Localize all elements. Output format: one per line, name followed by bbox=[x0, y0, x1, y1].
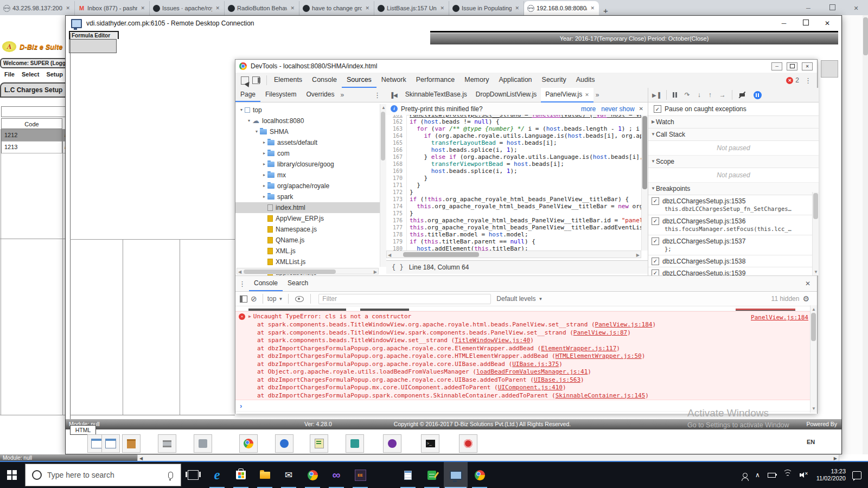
scope-section[interactable]: ▼Scope bbox=[648, 156, 819, 168]
window-maximize-button[interactable] bbox=[820, 1, 844, 15]
editor-hscrollbar[interactable]: ◀ ▶ bbox=[386, 251, 641, 258]
pause-on-exceptions-icon[interactable] bbox=[754, 91, 762, 99]
scroll-left-icon[interactable]: ◀ bbox=[139, 456, 143, 461]
chevron-down-icon[interactable]: ▾ bbox=[246, 115, 252, 126]
console-tab-search[interactable]: Search bbox=[283, 276, 313, 290]
deactivate-breakpoints-icon[interactable] bbox=[738, 91, 746, 99]
line-number[interactable]: 164 bbox=[386, 132, 407, 139]
scrollbar-thumb[interactable] bbox=[381, 112, 385, 160]
line-number[interactable]: 168 bbox=[386, 160, 407, 168]
scrollbar-thumb[interactable] bbox=[813, 193, 818, 219]
action-center-icon[interactable] bbox=[852, 471, 861, 479]
stack-frame-link[interactable]: loadBeadFromValuesManager.js:41 bbox=[476, 368, 588, 375]
line-number[interactable]: 180 bbox=[386, 245, 407, 251]
breakpoint-checkbox[interactable]: ✓ bbox=[652, 237, 659, 245]
people-icon[interactable] bbox=[743, 473, 748, 478]
chevron-down-icon[interactable]: ▾ bbox=[239, 105, 244, 115]
context-selector[interactable]: top bbox=[267, 295, 277, 303]
tab-close-icon[interactable]: ✕ bbox=[214, 5, 221, 11]
menu-item-setup[interactable]: Setup bbox=[46, 71, 63, 78]
navigator-hscrollbar[interactable]: ◀ ▶ bbox=[237, 268, 379, 274]
stack-frame-link[interactable]: HTMLElementWrapper.js:50 bbox=[556, 352, 642, 359]
rdp-close-button[interactable]: ✕ bbox=[816, 20, 838, 27]
chevron-right-icon[interactable]: ▸ bbox=[261, 137, 267, 148]
browser-tab[interactable]: 43.225.98.137:200/P✕ bbox=[0, 1, 75, 15]
browser-tab[interactable]: have to change grou✕ bbox=[299, 1, 374, 15]
window-minimize-button[interactable]: ─ bbox=[796, 1, 820, 15]
tree-item-assets-default[interactable]: ▸assets/default bbox=[235, 137, 386, 148]
tab-close-icon[interactable]: ✕ bbox=[65, 5, 71, 11]
taskbar-file-explorer-icon[interactable] bbox=[253, 462, 277, 488]
tree-item-xml-js[interactable]: XML.js bbox=[235, 246, 386, 256]
rdp-title-bar[interactable]: vdi.sidathyder.com.pk:6105 - Remote Desk… bbox=[66, 16, 841, 31]
console-sidebar-icon[interactable] bbox=[240, 296, 247, 303]
tab-close-icon[interactable]: ✕ bbox=[439, 5, 445, 11]
breakpoint-checkbox[interactable]: ✓ bbox=[652, 258, 659, 265]
tree-item-localhost-8080[interactable]: ▾☁localhost:8080 bbox=[235, 115, 386, 126]
tree-item-org-apache-royale[interactable]: ▸org/apache/royale bbox=[235, 181, 386, 191]
scrollbar-thumb[interactable] bbox=[642, 116, 647, 189]
devtools-menu-icon[interactable]: ⋮ bbox=[799, 76, 817, 85]
hidden-icons-chevron[interactable]: ∧ bbox=[755, 471, 760, 479]
taskbar-edge-icon[interactable]: e bbox=[205, 462, 229, 488]
erp-search-field[interactable] bbox=[1, 106, 66, 117]
remote-taskbar-red-icon[interactable] bbox=[459, 434, 477, 453]
console-settings-icon[interactable]: ⚙ bbox=[802, 294, 809, 303]
editor-tab-panelview.js[interactable]: PanelView.js✕ bbox=[541, 88, 593, 102]
browser-tab[interactable]: ListBase.js:157 Unca✕ bbox=[374, 1, 449, 15]
line-number[interactable]: 165 bbox=[386, 139, 407, 146]
stack-frame-link[interactable]: UIBase.js:563 bbox=[534, 376, 580, 383]
tree-item-xmllist-js[interactable]: XMLList.js bbox=[235, 256, 386, 267]
line-number[interactable]: 167 bbox=[386, 153, 407, 160]
editor-tab-dropdownlistview.js[interactable]: DropDownListView.js bbox=[471, 88, 541, 101]
line-number[interactable]: 163 bbox=[386, 125, 407, 132]
html-button[interactable]: HTML bbox=[70, 425, 96, 435]
tree-item-qname-js[interactable]: QName.js bbox=[235, 235, 386, 246]
tab-close-icon[interactable]: ✕ bbox=[289, 5, 296, 11]
devtools-title-bar[interactable]: DevTools - localhost:8080/SHMA/index.htm… bbox=[235, 60, 817, 73]
tab-application[interactable]: Application bbox=[494, 73, 537, 87]
menu-item-file[interactable]: File bbox=[4, 71, 15, 78]
remote-taskbar-window-icon[interactable] bbox=[101, 434, 120, 453]
muted-speaker-icon[interactable] bbox=[800, 472, 808, 478]
pause-script-icon[interactable] bbox=[673, 92, 677, 98]
menu-item-select[interactable]: Select bbox=[22, 71, 39, 78]
show-drawer-icon[interactable]: ▶▐ bbox=[652, 92, 660, 98]
step-out-icon[interactable]: ↑ bbox=[709, 91, 712, 99]
line-number[interactable]: 166 bbox=[386, 146, 407, 153]
scroll-right-icon[interactable]: ▶ bbox=[636, 253, 640, 258]
tab-sources[interactable]: Sources bbox=[342, 73, 376, 88]
more-editor-tabs-icon[interactable]: » bbox=[596, 91, 599, 99]
scroll-up-icon[interactable]: ▲ bbox=[812, 307, 816, 312]
line-number[interactable]: 178 bbox=[386, 231, 407, 238]
infobar-never-link[interactable]: never show bbox=[601, 105, 634, 113]
scrollbar-thumb[interactable] bbox=[244, 269, 336, 274]
stack-frame-link[interactable]: UIComponent.js:410 bbox=[498, 384, 563, 391]
taskbar-remote-desktop-icon[interactable] bbox=[444, 462, 468, 488]
line-number[interactable]: 177 bbox=[386, 224, 407, 231]
curly-braces-icon[interactable]: { } bbox=[392, 264, 404, 271]
nav-tab-filesystem[interactable]: Filesystem bbox=[260, 88, 301, 101]
battery-icon[interactable] bbox=[768, 473, 776, 478]
editor-tab-skinnabletextbase.js[interactable]: SkinnableTextBase.js bbox=[401, 88, 471, 101]
taskbar-clock[interactable]: 13:23 11/02/2020 bbox=[816, 468, 846, 482]
tab-performance[interactable]: Performance bbox=[411, 73, 460, 87]
tab-close-icon[interactable]: ✕ bbox=[589, 5, 596, 11]
line-number[interactable]: 169 bbox=[386, 168, 407, 175]
stack-frame-link[interactable]: ElementWrapper.js:117 bbox=[541, 345, 616, 352]
tree-item-spark[interactable]: ▸spark bbox=[235, 191, 386, 202]
tree-item-appview-erp-js[interactable]: AppView_ERP.js bbox=[235, 213, 386, 224]
scroll-left-icon[interactable]: ◀ bbox=[238, 269, 241, 274]
line-number[interactable]: 170 bbox=[386, 175, 407, 182]
tab-close-icon[interactable]: ✕ bbox=[364, 5, 371, 11]
taskbar-chrome-icon[interactable] bbox=[301, 462, 324, 488]
browser-tab[interactable]: MInbox (877) - pashm✕ bbox=[75, 1, 150, 15]
line-number[interactable]: 176 bbox=[386, 217, 407, 224]
devtools-restore-button[interactable] bbox=[787, 62, 797, 70]
navigator-menu-icon[interactable]: ⋮ bbox=[368, 91, 386, 99]
tree-item-shma[interactable]: ▾SHMA bbox=[235, 126, 386, 137]
tab-memory[interactable]: Memory bbox=[459, 73, 494, 87]
nav-tab-page[interactable]: Page bbox=[235, 88, 260, 102]
breakpoint-checkbox[interactable]: ✓ bbox=[652, 217, 659, 225]
chevron-right-icon[interactable]: ▸ bbox=[261, 148, 267, 159]
